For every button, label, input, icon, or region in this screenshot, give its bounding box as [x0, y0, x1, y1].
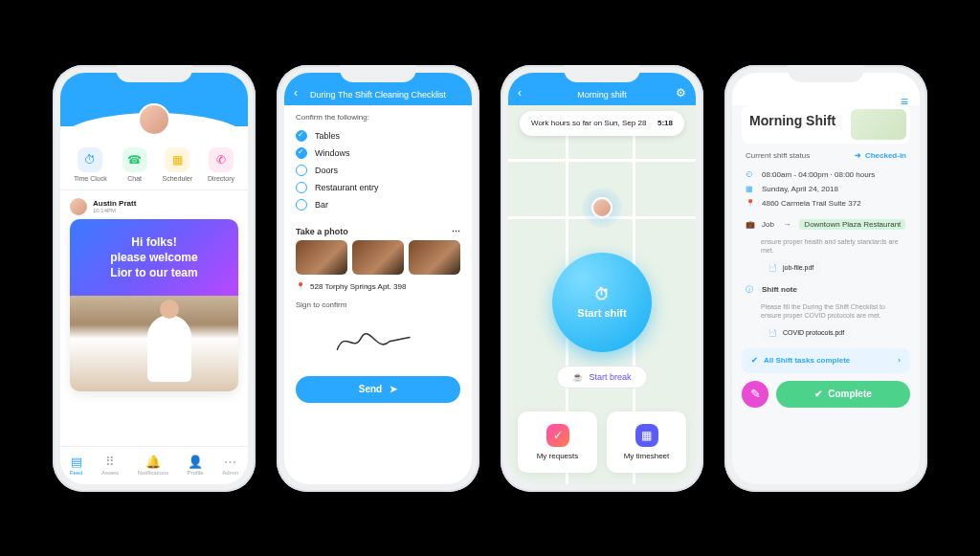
- start-break-button[interactable]: ☕ Start break: [556, 366, 647, 389]
- calendar-icon: ▦: [746, 185, 755, 193]
- status-badge: ➜Checked-in: [855, 151, 906, 160]
- phone-checklist: ‹ During The Shift Cleaning Checklist Co…: [277, 65, 479, 492]
- photo-thumbnail[interactable]: [409, 240, 460, 275]
- user-avatar[interactable]: [138, 103, 170, 136]
- checkbox-icon: [296, 130, 307, 142]
- clock-icon: ⏱: [78, 147, 102, 172]
- job-tag: Downtown Plaza Restaurant: [799, 219, 905, 230]
- author-avatar[interactable]: [70, 198, 87, 215]
- feed-icon: ▤: [71, 455, 82, 469]
- chevron-right-icon: ›: [898, 356, 901, 365]
- stopwatch-icon: ⏱: [594, 286, 610, 303]
- calendar-icon: ▦: [635, 424, 658, 447]
- notch: [564, 65, 640, 82]
- pin-icon: 📍: [296, 282, 305, 291]
- sign-label: Sign to confirm: [296, 300, 460, 309]
- post-image: [70, 296, 238, 391]
- checklist-item[interactable]: Restaurant entry: [296, 179, 460, 196]
- header-title: Morning shift: [577, 90, 627, 100]
- tab-admin[interactable]: ⋯Admin: [222, 455, 238, 476]
- work-hours-pill[interactable]: Work hours so far on Sun, Sep 28 5:18: [520, 111, 684, 136]
- post-time: 10:14PM: [93, 208, 136, 213]
- nav-chat[interactable]: ☎Chat: [122, 147, 147, 182]
- photo-thumbnails: [284, 240, 472, 275]
- notch: [340, 65, 416, 82]
- back-button[interactable]: ‹: [518, 86, 522, 100]
- my-timesheet-button[interactable]: ▦My timesheet: [607, 411, 686, 473]
- send-button[interactable]: Send➤: [296, 376, 460, 403]
- pin-icon: 📍: [746, 199, 755, 208]
- send-icon: ➤: [390, 384, 397, 394]
- person-icon: 👤: [188, 455, 203, 469]
- map-user-pin: [582, 188, 622, 228]
- header-title: During The Shift Cleaning Checklist: [310, 90, 446, 100]
- file-attachment[interactable]: 📄COVID protocols.pdf: [761, 325, 852, 341]
- phone-icon: ✆: [209, 147, 234, 172]
- check-icon: ✔: [814, 389, 822, 399]
- mini-map[interactable]: [851, 109, 906, 140]
- photo-thumbnail[interactable]: [352, 240, 404, 275]
- grid-icon: ⠿: [105, 455, 115, 469]
- my-requests-button[interactable]: ✓My requests: [518, 411, 597, 473]
- settings-icon[interactable]: ⚙: [676, 86, 686, 100]
- feed-post[interactable]: Hi folks! please welcome Lior to our tea…: [70, 219, 238, 392]
- nav-directory[interactable]: ✆Directory: [208, 147, 234, 182]
- arrow-icon: ➜: [855, 151, 861, 160]
- clock-icon: ⏲: [746, 170, 755, 179]
- hours-value: 5:18: [657, 119, 673, 127]
- calendar-icon: ▦: [165, 147, 189, 172]
- nav-scheduler[interactable]: ▦Scheduler: [163, 147, 193, 182]
- tab-bar: ▤Feed ⠿Assets 🔔Notifications 👤Profile ⋯A…: [60, 446, 248, 484]
- checkbox-icon: [296, 147, 307, 159]
- coffee-icon: ☕: [572, 372, 583, 382]
- more-icon[interactable]: ⋯: [452, 227, 460, 236]
- start-shift-button[interactable]: ⏱ Start shift: [552, 253, 652, 352]
- back-button[interactable]: ‹: [294, 86, 298, 100]
- chat-icon: ☎: [122, 147, 147, 172]
- notch: [788, 65, 864, 82]
- address-text: 528 Torphy Springs Apt. 398: [310, 282, 406, 291]
- phone-detail: ≡ Morning Shift Current shift status ➜Ch…: [724, 65, 927, 492]
- photo-section-title: Take a photo: [296, 227, 348, 236]
- checklist-item[interactable]: Windows: [296, 145, 460, 162]
- phone-shift: ‹ Morning shift ⚙ Work hours so far on S…: [501, 65, 703, 492]
- tab-profile[interactable]: 👤Profile: [188, 455, 204, 476]
- checkbox-icon: [296, 165, 307, 176]
- file-icon: 📄: [768, 329, 777, 337]
- check-icon: ✓: [546, 424, 569, 447]
- tasks-complete-row[interactable]: ✔All Shift tasks complete ›: [742, 348, 910, 373]
- briefcase-icon: 💼: [746, 220, 755, 229]
- checkbox-icon: [296, 182, 307, 193]
- info-icon: ⓘ: [746, 284, 755, 295]
- nav-time-clock[interactable]: ⏱Time Clock: [74, 147, 107, 182]
- phone-feed: ⏱Time Clock ☎Chat ▦Scheduler ✆Directory …: [53, 65, 256, 492]
- bell-icon: 🔔: [145, 455, 161, 469]
- confirm-label: Confirm the following:: [296, 113, 460, 122]
- photo-thumbnail[interactable]: [296, 240, 347, 275]
- tab-notifications[interactable]: 🔔Notifications: [137, 455, 168, 476]
- tab-assets[interactable]: ⠿Assets: [101, 455, 119, 476]
- signature-pad[interactable]: [296, 315, 460, 368]
- post-header: Austin Pratt 10:14PM: [60, 190, 248, 219]
- complete-button[interactable]: ✔Complete: [776, 381, 910, 408]
- checkbox-icon: [296, 199, 307, 211]
- tab-feed[interactable]: ▤Feed: [70, 455, 83, 476]
- pencil-icon: ✎: [750, 387, 761, 401]
- check-circle-icon: ✔: [751, 356, 758, 365]
- edit-button[interactable]: ✎: [742, 381, 768, 408]
- job-note: ensure proper health and safety standard…: [732, 233, 920, 257]
- title-card: Morning Shift: [742, 105, 910, 144]
- status-label: Current shift status: [746, 151, 810, 160]
- file-icon: 📄: [768, 264, 777, 272]
- more-icon: ⋯: [224, 455, 236, 469]
- post-author: Austin Pratt: [93, 199, 136, 208]
- checklist-item[interactable]: Tables: [296, 127, 460, 145]
- shift-note-body: Please fill the During the Shift Checkli…: [732, 298, 920, 322]
- menu-icon[interactable]: ≡: [901, 94, 908, 109]
- checklist-item[interactable]: Bar: [296, 196, 460, 213]
- notch: [116, 65, 192, 82]
- file-attachment[interactable]: 📄job-file.pdf: [761, 260, 821, 276]
- checklist-item[interactable]: Doors: [296, 162, 460, 179]
